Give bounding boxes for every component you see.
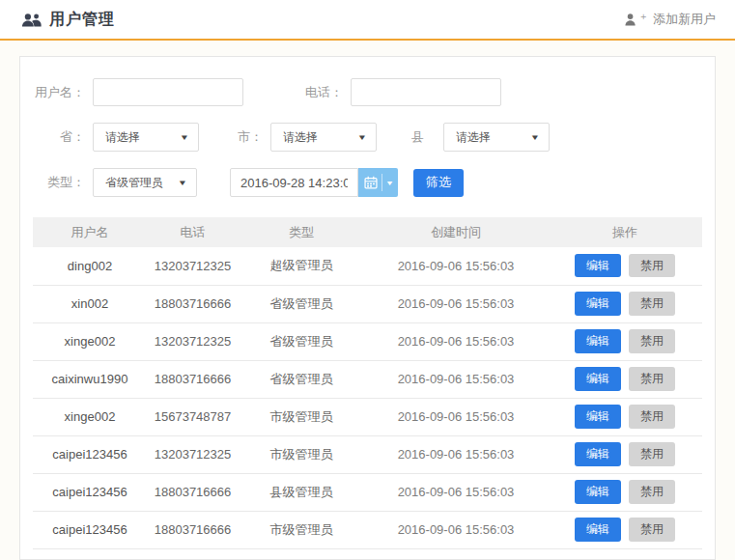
type-cell: 市级管理员 (239, 511, 364, 548)
created-cell: 2016-09-06 15:56:03 (364, 511, 548, 548)
datetime-picker-group: ▼ (230, 168, 398, 197)
phone-cell: 13203712325 (147, 322, 239, 360)
edit-button[interactable]: 编辑 (575, 367, 621, 390)
edit-button[interactable]: 编辑 (575, 292, 621, 315)
edit-button[interactable]: 编辑 (575, 254, 621, 277)
edit-button[interactable]: 编辑 (575, 442, 621, 465)
disable-button[interactable]: 禁用 (629, 405, 675, 428)
actions-cell: 编辑禁用 (548, 322, 702, 360)
table-row: caipei12345613203712325市级管理员2016-09-06 1… (33, 435, 702, 473)
filter-submit-button[interactable]: 筛选 (413, 169, 464, 197)
actions-cell: 编辑禁用 (548, 473, 702, 511)
calendar-picker-button[interactable]: ▼ (358, 168, 398, 197)
users-icon (21, 13, 42, 27)
city-label: 市： (238, 128, 270, 146)
actions-cell: 编辑禁用 (548, 511, 702, 548)
edit-button[interactable]: 编辑 (575, 518, 621, 541)
county-select-value: 请选择 (456, 129, 491, 146)
type-cell: 省级管理员 (239, 360, 364, 398)
chevron-down-icon: ▼ (357, 133, 367, 142)
table-row: caipei12345618803716666县级管理员2016-09-06 1… (33, 473, 702, 511)
username-cell: caipei123456 (33, 435, 147, 473)
col-header-type: 类型 (239, 217, 364, 247)
created-cell: 2016-09-06 15:56:03 (364, 322, 548, 360)
type-cell: 省级管理员 (239, 285, 364, 322)
page-content: 用户名： 电话： 省： 请选择 ▼ 市： 请选择 ▼ 县 请选择 ▼ (0, 41, 735, 560)
table-row: caixinwu199018803716666省级管理员2016-09-06 1… (33, 360, 702, 398)
type-cell: 县级管理员 (239, 473, 364, 511)
username-cell: xin002 (33, 285, 147, 322)
city-select[interactable]: 请选择 ▼ (270, 123, 377, 152)
type-cell: 市级管理员 (239, 398, 364, 435)
disable-button[interactable]: 禁用 (629, 480, 675, 503)
filter-row-text: 用户名： 电话： (33, 78, 702, 106)
disable-button[interactable]: 禁用 (629, 518, 675, 541)
page-title: 用户管理 (49, 10, 115, 30)
username-cell: xinge002 (33, 398, 147, 435)
city-select-value: 请选择 (283, 129, 318, 146)
created-cell: 2016-09-06 15:56:03 (364, 473, 548, 511)
type-select-value: 省级管理员 (105, 175, 163, 191)
county-select[interactable]: 请选择 ▼ (443, 123, 550, 152)
table-row: caipei12345618803716666市级管理员2016-09-06 1… (33, 511, 702, 548)
plus-glyph: ＋ (638, 10, 648, 23)
divider (382, 174, 382, 191)
disable-button[interactable]: 禁用 (629, 367, 675, 390)
phone-cell: 13203712325 (147, 435, 239, 473)
edit-button[interactable]: 编辑 (575, 329, 621, 352)
province-select-value: 请选择 (105, 129, 140, 146)
username-cell: ding002 (33, 247, 147, 285)
col-header-username: 用户名 (33, 217, 147, 247)
chevron-down-icon: ▼ (180, 133, 189, 142)
add-new-user-button[interactable]: ＋ 添加新用户 (625, 11, 716, 28)
phone-cell: 18803716666 (147, 360, 239, 398)
filter-row-region: 省： 请选择 ▼ 市： 请选择 ▼ 县 请选择 ▼ (33, 123, 702, 152)
edit-button[interactable]: 编辑 (575, 480, 621, 503)
table-row: xin00218803716666省级管理员2016-09-06 15:56:0… (33, 285, 702, 322)
col-header-phone: 电话 (147, 217, 239, 247)
actions-cell: 编辑禁用 (548, 435, 702, 473)
disable-button[interactable]: 禁用 (629, 254, 675, 277)
table-row: ding00213203712325超级管理员2016-09-06 15:56:… (33, 247, 702, 285)
col-header-actions: 操作 (548, 217, 702, 247)
phone-cell: 18803716666 (147, 511, 239, 548)
username-cell: caipei123456 (33, 473, 147, 511)
username-input[interactable] (93, 78, 243, 106)
chevron-down-icon: ▼ (530, 133, 540, 142)
type-select[interactable]: 省级管理员 ▼ (93, 168, 197, 197)
created-cell: 2016-09-06 15:56:03 (364, 247, 548, 285)
edit-button[interactable]: 编辑 (575, 405, 621, 428)
username-cell: caipei123456 (33, 511, 147, 548)
created-cell: 2016-09-06 15:56:03 (364, 398, 548, 435)
datetime-input[interactable] (230, 168, 358, 197)
type-label: 类型： (33, 174, 93, 191)
filter-row-type-date: 类型： 省级管理员 ▼ (33, 168, 702, 197)
phone-input[interactable] (351, 78, 501, 106)
chevron-down-icon: ▼ (178, 179, 187, 187)
actions-cell: 编辑禁用 (548, 360, 702, 398)
username-cell: caixinwu1990 (33, 360, 147, 398)
users-table: 用户名 电话 类型 创建时间 操作 ding00213203712325超级管理… (33, 217, 702, 549)
chevron-down-icon: ▼ (384, 180, 393, 186)
province-select[interactable]: 请选择 ▼ (93, 123, 199, 152)
title-wrap: 用户管理 (21, 10, 115, 30)
type-cell: 省级管理员 (239, 322, 364, 360)
created-cell: 2016-09-06 15:56:03 (364, 435, 548, 473)
username-cell: xinge002 (33, 322, 147, 360)
add-user-label: 添加新用户 (653, 11, 716, 28)
calendar-icon (364, 176, 378, 189)
province-label: 省： (33, 128, 93, 146)
page-header: 用户管理 ＋ 添加新用户 (0, 0, 735, 41)
table-header-row: 用户名 电话 类型 创建时间 操作 (33, 217, 702, 247)
phone-cell: 13203712325 (147, 247, 239, 285)
phone-label: 电话： (305, 84, 351, 101)
created-cell: 2016-09-06 15:56:03 (364, 360, 548, 398)
username-label: 用户名： (33, 84, 93, 101)
filter-and-table-panel: 用户名： 电话： 省： 请选择 ▼ 市： 请选择 ▼ 县 请选择 ▼ (19, 56, 716, 560)
actions-cell: 编辑禁用 (548, 398, 702, 435)
disable-button[interactable]: 禁用 (629, 292, 675, 315)
county-label: 县 (411, 128, 432, 146)
disable-button[interactable]: 禁用 (629, 442, 675, 465)
col-header-created: 创建时间 (364, 217, 548, 247)
disable-button[interactable]: 禁用 (629, 329, 675, 352)
